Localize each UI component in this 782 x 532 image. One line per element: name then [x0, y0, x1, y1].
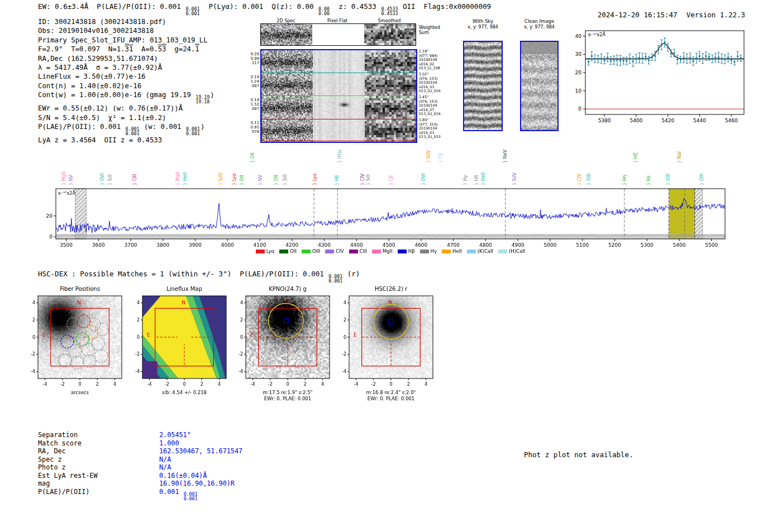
x-tick-label: 2 [304, 382, 307, 387]
emission-line-label: } SiIV [218, 172, 223, 185]
x-tick-label: 0 [389, 382, 392, 387]
legend-swatch [349, 250, 358, 253]
error-band [56, 234, 725, 239]
y-tick-label: -2 [135, 352, 140, 357]
emission-line-label: } Lyα [312, 174, 317, 185]
full-spectrum-plot: 3500360037003800390040004100420043004400… [39, 134, 744, 261]
legend-swatch [372, 250, 381, 253]
x-tick-label: 4400 [350, 242, 363, 248]
fiber-row-annotations: 1.18"(977, 984)20190104v016_02013_LL_108 [419, 50, 454, 71]
legend-item: OII [279, 248, 297, 254]
info-line-1: Obs: 20190104v016_3002143818 [38, 26, 214, 35]
match-table-value: 0.001 0.0010.001 [159, 488, 198, 501]
detection-marker-square [389, 319, 394, 324]
fiber-strip-flat [313, 96, 365, 119]
match-table-value: N/A [159, 463, 171, 472]
x-tick-label: 4500 [383, 242, 395, 248]
legend-item: CIV [325, 248, 344, 254]
y-tick-label: 2 [137, 318, 140, 323]
cutout-lineflux_map: Lineflux Map-4-4-2-2002244NEs/b: 4.54 +/… [126, 282, 243, 408]
y-tick-label: 0 [49, 234, 53, 239]
match-table-value: N/A [159, 456, 171, 464]
cutout-xlabel: arcsecs [21, 390, 139, 395]
emission-line-label: } SiII [283, 174, 288, 185]
fiber-circle [92, 337, 104, 350]
line-fit-plot: 53805400542054405460010203040e⁻¹⁷x2Å [561, 25, 754, 128]
emission-line-label: } Hη [622, 175, 627, 185]
match-table-label: Separation [38, 431, 78, 439]
cutout-xlabel: m:17.5 re:1.9" s:2.5" [229, 390, 346, 395]
legend-swatch [420, 250, 429, 253]
east-label: E [354, 332, 357, 338]
match-table-label: mag [38, 480, 50, 487]
fiber-row-left-labels: 0.141.52097 [247, 98, 259, 112]
y-tick-label: -4 [135, 369, 140, 374]
legend-item: CIII [349, 248, 367, 254]
x-tick-label: 5460 [725, 118, 738, 123]
stacked-uncertainty: 0.45330.4533 [380, 7, 398, 16]
x-tick-label: 4200 [285, 242, 298, 248]
y-tick-label: 20 [46, 213, 53, 219]
clean-image-frame [520, 41, 559, 131]
x-tick-label: 5400 [630, 118, 642, 123]
match-table-value: 16.90(16.90,16.90)R [159, 480, 235, 488]
report-timestamp: 2024-12-20 16:15:47 [598, 11, 678, 19]
fiber-row-annotations: 1.02"(976, 153)20190104v016_03013_LU_016 [419, 73, 454, 94]
match-table-label: RA, Dec [38, 447, 66, 455]
emission-line-label: } SiII [108, 174, 113, 185]
emission-line-label: } SiIV [512, 172, 517, 185]
legend-label: (K)CaII [478, 248, 493, 254]
fiber-circle [76, 333, 89, 346]
fiber-circle [51, 344, 64, 357]
emission-line-label: } Hδ [474, 175, 479, 185]
emission-line-label: } CIV [577, 173, 582, 185]
detection-info-block: ID: 3002143818 (3002143818.pdf)Obs: 2019… [38, 17, 214, 145]
y-tick-label: -2 [239, 352, 243, 357]
legend-item: Hβ [398, 248, 415, 254]
spectrum-line [56, 199, 725, 233]
fiber-circle [61, 335, 74, 348]
x-tick-label: -2 [60, 382, 65, 387]
spec2d-panel: 2D SpecPixel FlatSmoothedWeightedSum0.20… [260, 18, 461, 142]
y-tick-label: 30 [575, 51, 582, 57]
match-table-label: Spec z [38, 456, 62, 463]
legend-item: MgII [372, 248, 393, 254]
x-tick-label: 3500 [60, 242, 73, 248]
legend-swatch [279, 250, 288, 253]
x-tick-label: 3700 [125, 242, 137, 248]
legend-swatch [498, 250, 507, 253]
cutout-hsc_r: HSC(26.2) r-4-4-2-2002244NEm:16.8 re:2.4… [332, 282, 450, 408]
fiber-strip-smooth [365, 50, 416, 73]
emission-line-label: } NV [258, 174, 263, 185]
legend-label: MgII [383, 248, 393, 254]
detection-marker-square [284, 318, 289, 323]
x-tick-label: 0 [78, 382, 81, 387]
spec2d-col-title: 2D Spec [260, 18, 312, 23]
match-table-label: Photo z [38, 463, 66, 471]
spec2d-col-title: Pixel Flat [312, 18, 363, 23]
stacked-uncertainty: 0.000.00 [318, 7, 330, 16]
x-tick-label: 4 [113, 382, 116, 387]
legend-label: HeII [452, 248, 462, 254]
north-label: N [182, 300, 185, 305]
x-tick-label: -2 [165, 382, 169, 387]
info-line-6: LineFlux = 3.50(±0.77)e-16 [38, 72, 214, 81]
info-line-0: ID: 3002143818 (3002143818.pdf) [38, 17, 214, 26]
y-tick-label: 4 [240, 300, 243, 305]
flux-units-annotation: e⁻¹⁷x2Å [588, 31, 605, 37]
legend-swatch [302, 250, 311, 253]
report-version: Version 1.22.3 [686, 11, 745, 19]
x-tick-label: 4 [218, 382, 221, 387]
emission-line-label: } Hγ [463, 175, 468, 185]
x-tick-label: 4 [321, 382, 324, 387]
emission-line-label: } Hζ [633, 153, 638, 163]
match-table-row: Separation2.05451" [38, 431, 98, 439]
emission-line-label: } NV [69, 174, 74, 185]
fiber-circle [59, 354, 71, 367]
spec2d-col-title: Smoothed [364, 18, 415, 23]
east-label: E [147, 332, 150, 338]
legend-label: OIII [312, 248, 320, 254]
match-table-label: Est LyA rest-EW [38, 472, 98, 480]
photometry-aperture-circle [374, 304, 409, 339]
legend-label: CIII [360, 248, 367, 254]
